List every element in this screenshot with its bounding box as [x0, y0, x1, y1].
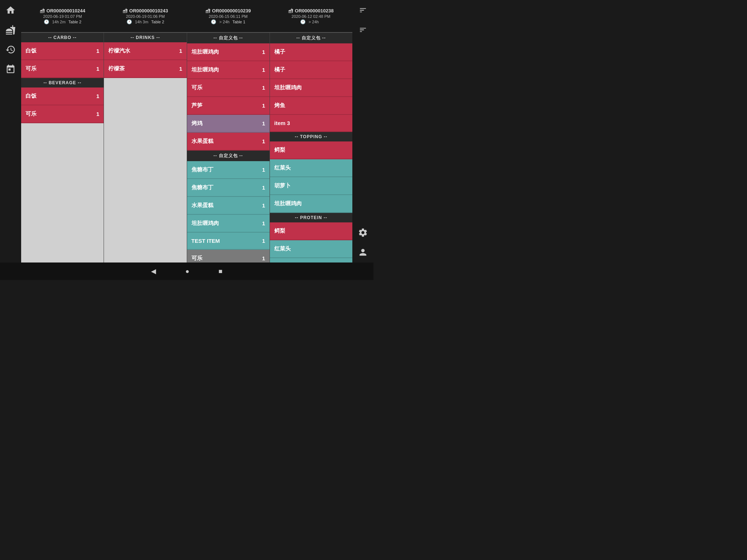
order-column-3: -- 自定义包 -- 橘子 橘子 坦肚喱鸡肉 烤鱼 item 3 -- TOPP… [270, 33, 352, 262]
order-time-0: 🕐 14h 2m Table 2 [44, 19, 81, 24]
list-item[interactable]: 柠檬汽水1 [104, 42, 186, 60]
list-item[interactable]: 坦肚喱鸡肉 [270, 195, 352, 213]
order-id-3: OR000000010238 [288, 8, 333, 13]
order-date-1: 2020-06-19 01:06 PM [126, 14, 165, 19]
order-id-2: OR000000010239 [205, 8, 251, 13]
list-item[interactable]: 红菜头 [270, 159, 352, 177]
section-header-0-0: -- CARBO -- [21, 33, 104, 42]
back-button[interactable]: ◀ [151, 267, 156, 275]
section-header-0-1: -- BEVERAGE -- [21, 78, 104, 88]
list-item[interactable]: 可乐1 [187, 79, 270, 97]
list-item[interactable]: 可乐1 [21, 105, 104, 123]
order-time-1: 🕐 14h 3m Table 2 [127, 19, 164, 24]
columns-area: -- CARBO -- 白饭1 可乐1 -- BEVERAGE -- 白饭1 可… [21, 33, 352, 262]
list-item[interactable]: 橘子 [270, 43, 352, 61]
order-date-0: 2020-06-19 01:07 PM [43, 14, 82, 19]
home-button[interactable]: ● [185, 268, 189, 275]
list-item[interactable]: 胡萝卜 [270, 258, 352, 262]
list-item[interactable]: 水果蛋糕1 [187, 133, 270, 151]
bottom-navigation: ◀ ● ■ [0, 262, 374, 280]
right-sidebar [352, 0, 374, 262]
list-item[interactable]: 芦笋1 [187, 97, 270, 115]
list-item[interactable]: 鳄梨 [270, 222, 352, 240]
settings-icon[interactable] [356, 226, 369, 239]
list-item[interactable]: 焦糖布丁1 [187, 179, 270, 197]
left-sidebar [0, 0, 21, 262]
list-item[interactable]: 坦肚喱鸡肉1 [187, 61, 270, 79]
list-item[interactable]: 柠檬茶1 [104, 60, 186, 78]
order-time-3: 🕐 > 24h [300, 19, 322, 24]
list-item[interactable]: 烤鱼 [270, 97, 352, 115]
section-header-3-2: -- PROTEIN -- [270, 213, 352, 222]
section-header-3-1: -- TOPPING -- [270, 132, 352, 141]
list-item[interactable]: 胡萝卜 [270, 177, 352, 195]
order-header-0: OR000000010244 2020-06-19 01:07 PM 🕐 14h… [21, 0, 104, 33]
filter-icon[interactable] [356, 4, 369, 17]
list-item[interactable]: 焦糖布丁1 [187, 161, 270, 179]
list-item[interactable]: 坦肚喱鸡肉1 [187, 215, 270, 233]
list-item[interactable]: 红菜头 [270, 240, 352, 258]
list-item[interactable]: 水果蛋糕1 [187, 197, 270, 215]
user-icon[interactable] [356, 246, 369, 259]
list-item[interactable]: 可乐1 [21, 60, 104, 78]
section-header-3-0: -- 自定义包 -- [270, 33, 352, 43]
section-header-2-1: -- 自定义包 -- [187, 151, 270, 161]
stop-button[interactable]: ■ [218, 268, 222, 275]
order-id-0: OR000000010244 [40, 8, 85, 13]
order-time-2: 🕐 > 24h Table 1 [211, 19, 245, 24]
list-item[interactable]: 橘子 [270, 61, 352, 79]
order-column-2: -- 自定义包 -- 坦肚喱鸡肉1 坦肚喱鸡肉1 可乐1 芦笋1 烤鸡1 水果蛋… [187, 33, 270, 262]
test-item[interactable]: TEST ITEM1 [187, 233, 270, 250]
list-item[interactable]: 坦肚喱鸡肉1 [187, 43, 270, 61]
list-icon[interactable] [356, 23, 369, 36]
home-icon[interactable] [4, 4, 17, 17]
order-header-3: OR000000010238 2020-06-12 02:48 PM 🕐 > 2… [270, 0, 352, 33]
order-header-2: OR000000010239 2020-06-15 06:11 PM 🕐 > 2… [187, 0, 270, 33]
list-item[interactable]: 可乐1 [187, 250, 270, 262]
section-header-1-0: -- DRINKS -- [104, 33, 186, 42]
main-content: OR000000010244 2020-06-19 01:07 PM 🕐 14h… [21, 0, 352, 262]
list-item[interactable]: 坦肚喱鸡肉 [270, 79, 352, 97]
list-item[interactable]: 鳄梨 [270, 141, 352, 159]
order-date-2: 2020-06-15 06:11 PM [209, 14, 247, 19]
list-item[interactable]: 烤鸡1 [187, 115, 270, 133]
calendar-icon[interactable] [4, 63, 17, 76]
cutlery-icon[interactable] [4, 23, 17, 36]
header-row: OR000000010244 2020-06-19 01:07 PM 🕐 14h… [21, 0, 352, 33]
order-column-1: -- DRINKS -- 柠檬汽水1 柠檬茶1 [104, 33, 187, 262]
section-header-2-0: -- 自定义包 -- [187, 33, 270, 43]
order-date-3: 2020-06-12 02:48 PM [291, 14, 330, 19]
list-item[interactable]: 白饭1 [21, 88, 104, 105]
order-column-0: -- CARBO -- 白饭1 可乐1 -- BEVERAGE -- 白饭1 可… [21, 33, 104, 262]
order-id-1: OR000000010243 [123, 8, 168, 13]
order-header-1: OR000000010243 2020-06-19 01:06 PM 🕐 14h… [104, 0, 187, 33]
list-item[interactable]: 白饭1 [21, 42, 104, 60]
list-item[interactable]: item 3 [270, 115, 352, 132]
history-icon[interactable] [4, 43, 17, 56]
